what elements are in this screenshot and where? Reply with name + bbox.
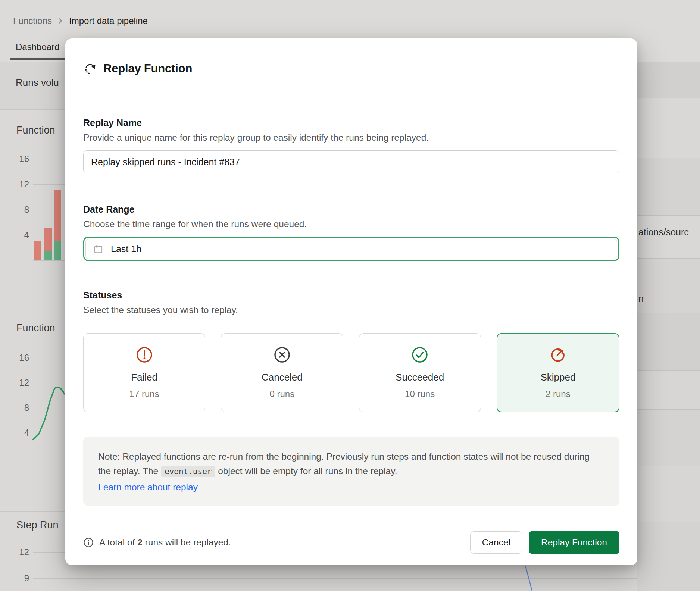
status-card-count: 2 runs: [546, 389, 571, 399]
status-card-count: 10 runs: [405, 389, 435, 399]
date-range-inner: Last 1h: [85, 239, 617, 259]
x-circle-icon: [274, 346, 291, 363]
status-card-succeeded[interactable]: Succeeded 10 runs: [359, 333, 481, 412]
info-icon: [83, 537, 94, 548]
status-card-label: Failed: [131, 372, 157, 383]
event-user-code: event.user: [161, 466, 215, 477]
status-card-label: Succeeded: [396, 372, 444, 383]
date-range-label: Date Range: [83, 204, 135, 215]
statuses-description: Select the statuses you wish to replay.: [83, 305, 238, 315]
modal-header: Replay Function: [65, 38, 637, 99]
alert-circle-icon: [136, 346, 153, 363]
status-card-count: 0 runs: [270, 389, 295, 399]
replay-name-label: Replay Name: [83, 118, 142, 128]
modal-footer: A total of 2 runs will be replayed. Canc…: [65, 519, 637, 565]
replay-icon: [83, 62, 97, 75]
check-circle-icon: [411, 346, 428, 363]
replay-name-input[interactable]: [83, 150, 619, 173]
status-card-label: Canceled: [262, 372, 303, 383]
replay-function-button[interactable]: Replay Function: [529, 531, 619, 554]
background-right-panel: ations/sourc n: [637, 62, 700, 591]
note-text-after: object will be empty for all runs in the…: [215, 466, 397, 476]
background-blue-line-fragment: [521, 563, 538, 591]
status-card-skipped[interactable]: Skipped 2 runs: [497, 333, 619, 412]
status-card-canceled[interactable]: Canceled 0 runs: [221, 333, 343, 412]
summary-text: A total of 2 runs will be replayed.: [99, 537, 231, 548]
status-card-label: Skipped: [540, 372, 575, 383]
status-card-failed[interactable]: Failed 17 runs: [83, 333, 205, 412]
modal-title: Replay Function: [103, 62, 192, 75]
learn-more-link[interactable]: Learn more about replay: [98, 480, 198, 494]
replay-summary: A total of 2 runs will be replayed.: [83, 537, 231, 548]
arrow-up-right-circle-icon: [549, 346, 566, 363]
background-text-fragment: n: [638, 293, 644, 304]
date-range-select[interactable]: Last 1h: [83, 237, 619, 261]
calendar-icon: [93, 244, 103, 254]
statuses-label: Statuses: [83, 290, 122, 301]
background-text-fragment: ations/sourc: [638, 227, 689, 238]
status-cards-row: Failed 17 runs Canceled 0 runs Succeeded…: [83, 333, 619, 412]
replay-count: 2: [137, 537, 143, 547]
replay-name-description: Provide a unique name for this replay gr…: [83, 132, 429, 143]
replay-function-modal: Replay Function Replay Name Provide a un…: [65, 38, 637, 565]
status-card-count: 17 runs: [129, 389, 159, 399]
footer-buttons: Cancel Replay Function: [470, 531, 619, 554]
cancel-button[interactable]: Cancel: [470, 531, 522, 554]
date-range-description: Choose the time range for when the runs …: [83, 219, 307, 229]
function-line-path: [33, 387, 70, 440]
replay-note: Note: Replayed functions are re-run from…: [83, 437, 619, 506]
date-range-value: Last 1h: [111, 244, 141, 254]
